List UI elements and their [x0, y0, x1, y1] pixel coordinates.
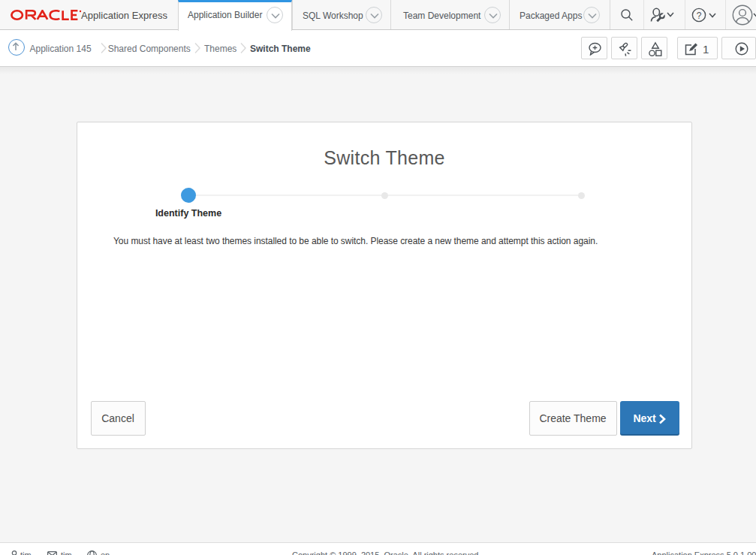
svg-text:?: ? — [697, 11, 702, 21]
